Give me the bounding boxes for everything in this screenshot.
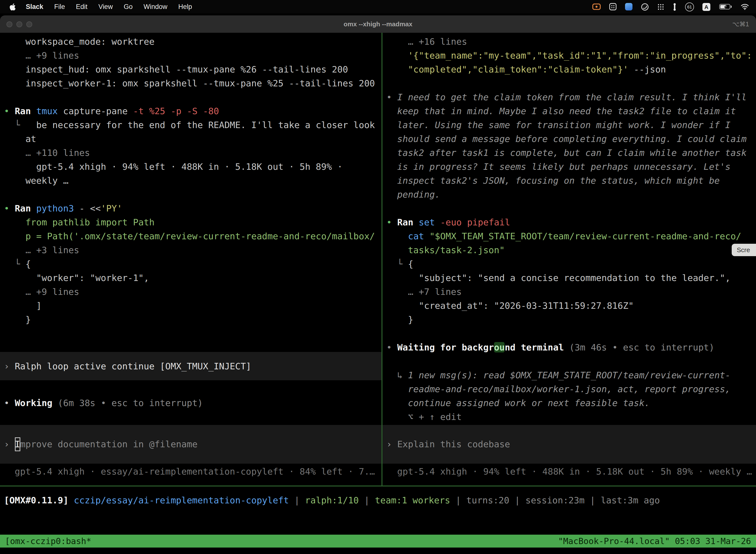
gauge-value: 61 [687,4,692,9]
blue-app-icon[interactable] [625,3,632,10]
menu-view[interactable]: View [93,0,118,13]
terminal-line [386,327,756,340]
terminal-line: inspect_worker-1: omx sparkshell --tmux-… [4,76,381,90]
menu-go[interactable]: Go [118,0,138,13]
terminal-line: "completed","claim_token":"claim-token"}… [386,63,756,76]
battery-body [719,4,730,9]
left-session-footer: gpt-5.4 xhigh · essay/ai-reimplementatio… [4,465,381,479]
minimize-button[interactable] [16,21,22,27]
menubar-menus: Slack File Edit View Go Window Help [5,0,197,13]
tmux-status-bar: [omx-cczip0:bash* "MacBook-Pro-44.local"… [0,535,756,548]
omx-status-line: [OMX#0.11.9] cczip/essay/ai-reimplementa… [4,493,660,507]
terminal-line: • Waiting for background terminal (3m 46… [386,340,756,354]
window-shortcut-hint: ⌥⌘1 [732,20,749,28]
terminal-line: inspect task2's JSON, focusing on the st… [386,174,756,188]
left-prompt-input[interactable]: › Improve documentation in @filename [0,425,381,464]
apple-menu[interactable] [5,3,20,11]
menubar-status-icons: 61 A [592,2,749,11]
titlebar[interactable]: omx --xhigh --madmax ⌥⌘1 [0,15,756,33]
tmux-host-clock: "MacBook-Pro-44.local" 05:03 31-Mar-26 [558,536,751,546]
terminal-line [4,327,381,340]
terminal-line: tasks/task-2.json" [386,243,756,257]
terminal-line: "created_at": "2026-03-31T11:59:27.816Z" [386,299,756,313]
gauge-icon[interactable]: 61 [685,2,694,11]
terminal-line: workspace_mode: worktree [4,35,381,49]
menu-edit[interactable]: Edit [70,0,93,13]
terminal-line: keep that in mind. Maybe I also need the… [386,104,756,118]
battery-icon[interactable] [719,3,732,10]
terminal-line: later. Using the same for transition mig… [386,118,756,132]
right-pane-output: … +16 lines '{"team_name":"my-team","tas… [386,35,756,424]
terminal-line: is in progress? It seems likely but perh… [386,160,756,174]
close-button[interactable] [6,21,12,27]
terminal-line: weekly … [4,174,381,188]
right-pane[interactable]: … +16 lines '{"team_name":"my-team","tas… [382,33,756,486]
terminal-line [386,76,756,90]
menu-app-name[interactable]: Slack [20,0,49,13]
right-session-footer: gpt-5.4 xhigh · 94% left · 488K in · 5.1… [386,465,756,479]
menubar-utility-icon[interactable] [673,3,677,11]
terminal-line: cat "$OMX_TEAM_STATE_ROOT/team/review-cu… [386,229,756,243]
bottom-pane-divider [0,486,756,487]
terminal-line: p = Path('.omx/state/team/review-current… [4,229,381,243]
left-pane[interactable]: workspace_mode: worktree … +9 lines insp… [0,33,381,486]
terminal-line [386,354,756,368]
terminal-line [4,90,381,104]
terminal-line: pending. [386,188,756,202]
terminal-line [4,188,381,202]
right-prompt-input[interactable]: › Explain this codebase [382,425,756,464]
apple-icon [9,3,16,11]
grid-app-icon[interactable] [609,3,617,10]
battery-nub [731,5,732,8]
ralph-status-box: › Ralph loop active continue [OMX_TMUX_I… [0,352,381,380]
terminal-line: • Ran tmux capture-pane -t %25 -p -S -80 [4,104,381,118]
screen-share-tooltip: Scre [732,244,756,256]
window-title: omx --xhigh --madmax [343,20,412,28]
terminal-line: … +110 lines [4,146,381,160]
terminal-line: "subject": "send a concise recommendatio… [386,271,756,285]
terminal-line: at [4,132,381,146]
screen-recording-icon[interactable] [592,3,601,10]
terminal-line: gpt-5.4 xhigh · 94% left · 488K in · 5.1… [4,160,381,174]
zoom-button[interactable] [26,21,32,27]
screen: Slack File Edit View Go Window Help [0,0,756,554]
terminal-line: task2 after task1 is complete, but can I… [386,146,756,160]
tmux-session-info: [omx-cczip0:bash* [5,536,91,546]
terminal-line: } [386,313,756,327]
input-source-icon[interactable]: A [702,3,710,11]
terminal-line: └ { [4,257,381,271]
terminal-line [386,202,756,215]
terminal-line: • I need to get the claim token from the… [386,90,756,104]
menu-help[interactable]: Help [173,0,198,13]
terminal-line: readme-and-reco/mailbox/worker-1.json, a… [386,382,756,396]
terminal-line: … +3 lines [4,243,381,257]
left-pane-output: workspace_mode: worktree … +9 lines insp… [4,35,381,340]
terminal-line: … +9 lines [4,285,381,299]
menubar: Slack File Edit View Go Window Help [0,0,756,13]
terminal-line: should send a message before completing … [386,132,756,146]
terminal-line: ⌥ + ↑ edit [386,410,756,424]
terminal-line: '{"team_name":"my-team","task_id":"1","f… [386,49,756,63]
terminal-line: "worker": "worker-1", [4,271,381,285]
terminal-line: … +7 lines [386,285,756,299]
terminal-line: • Ran set -euo pipefail [386,215,756,229]
menu-file[interactable]: File [49,0,71,13]
terminal-content: workspace_mode: worktree … +9 lines insp… [0,33,756,554]
menu-window[interactable]: Window [138,0,173,13]
terminal-line: └ be necessary for the end of the README… [4,118,381,132]
dark-circle-app-icon[interactable] [641,3,649,11]
app-launcher-icon[interactable] [657,3,664,10]
working-status-line: • Working (6m 38s • esc to interrupt) [4,396,381,410]
terminal-line: from pathlib import Path [4,215,381,229]
terminal-line: • Ran python3 - <<'PY' [4,202,381,215]
input-source-value: A [704,4,708,10]
terminal-line: ↳ 1 new msg(s): read $OMX_TEAM_STATE_ROO… [386,368,756,382]
wifi-icon[interactable] [741,3,749,10]
terminal-line: } [4,313,381,327]
terminal-line: inspect_hud: omx sparkshell --tmux-pane … [4,63,381,76]
terminal-line: continue assigned work or next feasible … [386,396,756,410]
traffic-lights [6,15,32,33]
terminal-window: omx --xhigh --madmax ⌥⌘1 workspace_mode:… [0,15,756,554]
terminal-line: … +16 lines [386,35,756,49]
terminal-line: … +9 lines [4,49,381,63]
